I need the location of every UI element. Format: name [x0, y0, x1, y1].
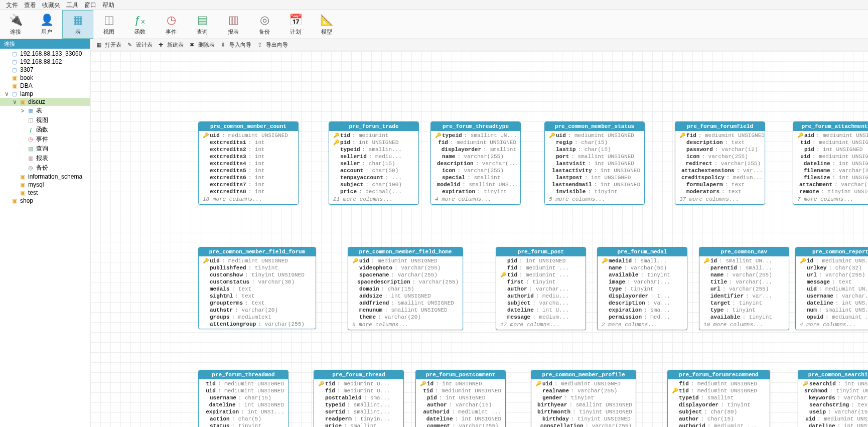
table-column-row[interactable]: publishfeedtinyint: [199, 264, 316, 271]
table-column-row[interactable]: fidmediumint ...: [496, 264, 586, 271]
table-header[interactable]: pre_common_member_status: [545, 122, 644, 131]
more-columns[interactable]: 4 more columns...: [431, 195, 520, 203]
table-column-row[interactable]: pricesmallint: [314, 422, 403, 427]
table-header[interactable]: pre_common_member_field_home: [348, 247, 463, 256]
table-column-row[interactable]: 🔑typeidsmallint UN...: [431, 132, 520, 139]
table-column-row[interactable]: 🔑uidmediumint UNSIGNED: [199, 257, 316, 264]
table-column-row[interactable]: accountchar(50): [329, 167, 418, 174]
table-column-row[interactable]: 🔑pidint UNSIGNED: [329, 139, 418, 146]
more-columns[interactable]: 17 more columns...: [496, 321, 586, 329]
table-column-row[interactable]: filesizeint UNSIGNED: [793, 174, 868, 181]
table-column-row[interactable]: spacenamevarchar(255): [348, 271, 463, 278]
table-column-row[interactable]: 🔑tidmediumint UNSIGNED: [668, 387, 770, 394]
table-column-row[interactable]: authoridmediu...: [496, 293, 586, 300]
table-column-row[interactable]: spacedescriptionvarchar(255): [348, 278, 463, 286]
table-column-row[interactable]: attachmentvarchar(255): [793, 181, 868, 188]
table-column-row[interactable]: usernamevarchar...: [796, 293, 868, 300]
tree-item[interactable]: information_schema: [0, 173, 90, 181]
table-column-row[interactable]: extcredits1int: [199, 139, 298, 146]
table-column-row[interactable]: subjectchar(80): [668, 408, 770, 415]
table-column-row[interactable]: fidmediumint U...: [314, 387, 403, 394]
table-column-row[interactable]: customstatusvarchar(30): [199, 278, 316, 286]
table-column-row[interactable]: imagevarchar(...: [598, 278, 687, 286]
table-column-row[interactable]: modelidsmallint UNS...: [431, 181, 520, 188]
more-columns[interactable]: 9 more columns...: [348, 321, 463, 329]
table-box[interactable]: pre_common_report🔑idmediumint UNS...urlk…: [795, 247, 868, 330]
table-column-row[interactable]: expirationint UNSI...: [199, 408, 288, 415]
table-column-row[interactable]: datelineint UNSIGNED: [798, 422, 868, 427]
table-column-row[interactable]: descriptionva...: [598, 300, 687, 307]
tree-item[interactable]: test: [0, 189, 90, 197]
table-column-row[interactable]: namevarchar(255): [699, 271, 789, 278]
table-column-row[interactable]: sortidsmallint...: [314, 408, 403, 415]
table-column-row[interactable]: pidint UNSIGNED: [496, 257, 586, 264]
table-column-row[interactable]: birthmonthtinyint UNSIGNED: [531, 408, 636, 415]
table-column-row[interactable]: lastactivityint UNSIGNED: [545, 167, 644, 174]
table-column-row[interactable]: specialsmallint: [431, 174, 520, 181]
table-column-row[interactable]: birthdaytinyint UNSIGNED: [531, 415, 636, 422]
table-header[interactable]: pre_common_member_count: [199, 122, 298, 131]
menu-item[interactable]: 文件: [6, 1, 18, 9]
table-box[interactable]: pre_common_member_count🔑uidmediumint UNS…: [198, 121, 299, 205]
table-column-row[interactable]: videophotovarchar(255): [348, 264, 463, 271]
tree-item[interactable]: 192.168.88.162: [0, 58, 90, 66]
table-column-row[interactable]: typeidsmallint: [668, 394, 770, 401]
table-column-row[interactable]: 🔑tidmediumint U...: [314, 380, 403, 387]
table-column-row[interactable]: birthyearsmallint UNSIGNED: [531, 401, 636, 408]
table-column-row[interactable]: formulapermtext: [675, 181, 765, 188]
more-columns[interactable]: 7 more columns...: [793, 195, 868, 203]
subtoolbar-button[interactable]: ▦打开表: [94, 40, 123, 50]
table-column-row[interactable]: regipchar(15): [545, 139, 644, 146]
table-column-row[interactable]: portsmallint UNSIGNED: [545, 153, 644, 160]
table-column-row[interactable]: tidmediumint UNSIGNED: [416, 387, 505, 394]
table-column-row[interactable]: lastvisitint UNSIGNED: [545, 160, 644, 167]
tree-item[interactable]: 视图: [0, 115, 90, 125]
table-column-row[interactable]: datelineint UNSIGNED: [416, 415, 505, 422]
table-column-row[interactable]: medalstext: [199, 286, 316, 293]
table-column-row[interactable]: 🔑idmediumint UNS...: [796, 257, 868, 264]
table-column-row[interactable]: lastsendmailint UNSIGNED: [545, 181, 644, 188]
table-column-row[interactable]: attentiongroupvarchar(255): [199, 321, 316, 328]
table-column-row[interactable]: groupsmediumtext: [199, 314, 316, 321]
more-columns[interactable]: 2 more columns...: [598, 321, 687, 329]
table-column-row[interactable]: addfriendsmallint UNSIGNED: [348, 300, 463, 307]
table-column-row[interactable]: uidmediumint UNSIGNED: [793, 153, 868, 160]
table-column-row[interactable]: datelineint UNSIGNED: [199, 401, 288, 408]
table-column-row[interactable]: useipvarchar(15): [798, 408, 868, 415]
tree-item[interactable]: ∨discuz: [0, 98, 90, 106]
table-column-row[interactable]: grouptermstext: [199, 300, 316, 307]
table-header[interactable]: pre_forum_threadtype: [431, 122, 520, 131]
table-column-row[interactable]: 🔑medalidsmall...: [598, 257, 687, 264]
tree-item[interactable]: mysql: [0, 181, 90, 189]
table-column-row[interactable]: displayordertinyint: [668, 401, 770, 408]
table-column-row[interactable]: actionchar(5): [199, 415, 288, 422]
table-column-row[interactable]: extcredits5int: [199, 167, 298, 174]
table-box[interactable]: pre_forum_postpidint UNSIGNEDfidmediumin…: [496, 247, 586, 330]
table-column-row[interactable]: expirationtinyint: [431, 188, 520, 195]
table-column-row[interactable]: uidmediumint UNSIGNED: [199, 387, 288, 394]
table-column-row[interactable]: messagemedium...: [496, 314, 586, 321]
menu-item[interactable]: 工具: [66, 1, 78, 9]
tree-item[interactable]: 查询: [0, 144, 90, 154]
table-column-row[interactable]: iconvarchar(255): [431, 167, 520, 174]
menu-item[interactable]: 窗口: [84, 1, 96, 9]
table-header[interactable]: pre_forum_medal: [598, 247, 687, 256]
table-column-row[interactable]: authorchar(15): [668, 415, 770, 422]
table-column-row[interactable]: 🔑uidmediumint UNSIGNED: [348, 257, 463, 264]
table-box[interactable]: pre_forum_thread🔑tidmediumint U...fidmed…: [314, 370, 404, 427]
table-column-row[interactable]: extcredits6int: [199, 174, 298, 181]
table-column-row[interactable]: extcredits7int: [199, 181, 298, 188]
more-columns[interactable]: 5 more columns...: [545, 195, 644, 203]
table-column-row[interactable]: urlvarchar(255): [796, 271, 868, 278]
table-column-row[interactable]: 🔑aidmediumint UNSIGNED: [793, 132, 868, 139]
subtoolbar-button[interactable]: ✎设计表: [125, 40, 155, 50]
table-column-row[interactable]: datelineint UNSIGNED: [793, 160, 868, 167]
tree-item[interactable]: DBA: [0, 82, 90, 90]
table-column-row[interactable]: 🔑idint UNSIGNED: [416, 380, 505, 387]
table-column-row[interactable]: creditspolicymediun...: [675, 174, 765, 181]
table-column-row[interactable]: tidmediumint UNSIGNED: [793, 139, 868, 146]
table-column-row[interactable]: extcredits2int: [199, 146, 298, 153]
table-box[interactable]: pre_forum_postcomment🔑idint UNSIGNEDtidm…: [415, 370, 506, 427]
table-column-row[interactable]: filenamevarchar(255): [793, 167, 868, 174]
table-column-row[interactable]: addsizeint UNSIGNED: [348, 293, 463, 300]
